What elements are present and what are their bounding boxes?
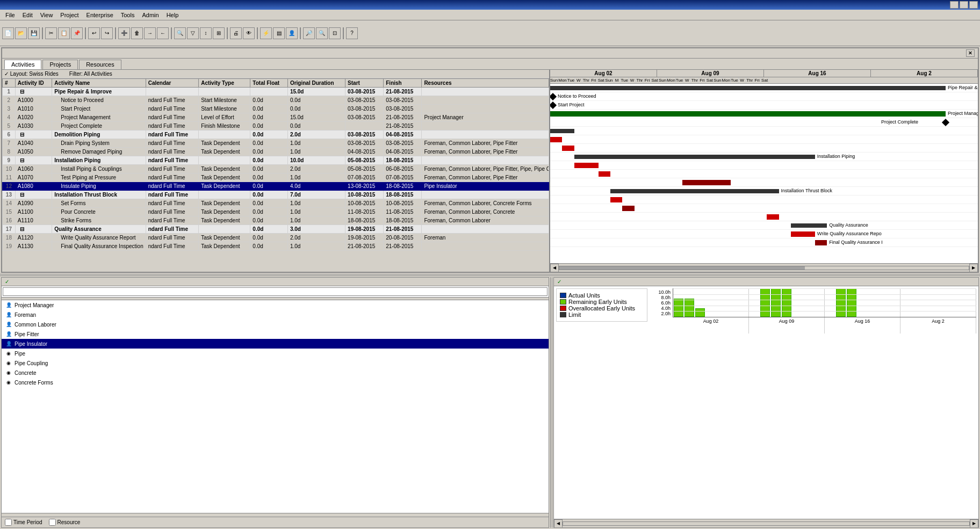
- toolbar-indent[interactable]: →: [144, 27, 156, 39]
- toolbar-redo[interactable]: ↪: [101, 27, 113, 39]
- table-row[interactable]: 5 A1030 Project Complete ndard Full Time…: [3, 122, 549, 131]
- toolbar-schedule[interactable]: ⚡: [260, 27, 272, 39]
- scrollbar-thumb[interactable]: [559, 266, 805, 270]
- menu-edit[interactable]: Edit: [19, 11, 36, 19]
- panel-close-button[interactable]: ✕: [966, 49, 975, 57]
- menu-admin[interactable]: Admin: [139, 11, 162, 19]
- toolbar-paste[interactable]: 📌: [71, 27, 83, 39]
- table-row[interactable]: 1 ⊟ Pipe Repair & Improve 15.0d 03-08-20…: [3, 88, 549, 96]
- toolbar-assign[interactable]: 👤: [286, 27, 298, 39]
- table-row[interactable]: 10 A1060 Install Piping & Couplings ndar…: [3, 165, 549, 173]
- menu-tools[interactable]: Tools: [118, 11, 138, 19]
- toolbar-sort[interactable]: ↕: [200, 27, 212, 39]
- toolbar-open[interactable]: 📂: [15, 27, 27, 39]
- gantt-scrollbar[interactable]: ◀ ▶: [550, 263, 978, 272]
- menu-help[interactable]: Help: [163, 11, 182, 19]
- activity-float: 0.0d: [250, 191, 288, 199]
- table-row[interactable]: 2 A1000 Notice to Proceed ndard Full Tim…: [3, 96, 549, 105]
- table-row[interactable]: 6 ⊟ Demolition Piping ndard Full Time 0.…: [3, 131, 549, 139]
- time-period-checkbox[interactable]: [5, 519, 12, 526]
- toolbar-zoom-fit[interactable]: ⊡: [329, 27, 341, 39]
- toolbar-level[interactable]: ▤: [273, 27, 285, 39]
- table-row[interactable]: 4 A1020 Project Management ndard Full Ti…: [3, 113, 549, 122]
- menu-file[interactable]: File: [2, 11, 18, 19]
- resource-item[interactable]: 👤 Pipe Insulator: [2, 339, 549, 349]
- resource-item[interactable]: ◉ Pipe Coupling: [2, 358, 549, 368]
- chart-scroll-left[interactable]: ◀: [554, 519, 563, 528]
- table-row[interactable]: 11 A1070 Test Piping at Pressure ndard F…: [3, 173, 549, 182]
- chart-scrollbar-track[interactable]: [563, 521, 970, 526]
- gantt-body[interactable]: Pipe Repair & ImproveNotice to ProceedSt…: [550, 84, 978, 263]
- activity-float: 0.0d: [250, 131, 288, 139]
- scrollbar-track[interactable]: [559, 266, 969, 270]
- toolbar-outdent[interactable]: ←: [157, 27, 169, 39]
- tab-activities[interactable]: Activities: [4, 60, 41, 69]
- toolbar-zoom-in[interactable]: 🔎: [303, 27, 315, 39]
- table-row[interactable]: 18 A1120 Write Quality Assurance Report …: [3, 234, 549, 242]
- toolbar-new[interactable]: 📄: [2, 27, 14, 39]
- resource-checkbox[interactable]: [49, 519, 56, 526]
- table-row[interactable]: 14 A1090 Set Forms ndard Full Time Task …: [3, 199, 549, 208]
- vertical-splitter[interactable]: [550, 277, 552, 528]
- horizontal-splitter[interactable]: [0, 274, 980, 276]
- activity-start: 13-08-2015: [345, 182, 384, 191]
- gantt-day-header: Sun: [659, 77, 667, 83]
- table-row[interactable]: 8 A1050 Remove Damaged Piping ndard Full…: [3, 148, 549, 156]
- chart-scrollbar[interactable]: ◀ ▶: [554, 519, 978, 527]
- toolbar-help[interactable]: ?: [346, 27, 358, 39]
- checkbox-resource[interactable]: Resource: [49, 519, 81, 526]
- table-row[interactable]: 16 A1110 Strike Forms ndard Full Time Ta…: [3, 216, 549, 225]
- resource-item[interactable]: ◉ Pipe: [2, 349, 549, 358]
- table-row[interactable]: 19 A1130 Final Quality Assurance Inspect…: [3, 242, 549, 251]
- resource-item[interactable]: ◉ Concrete Forms: [2, 378, 549, 387]
- table-container[interactable]: # Activity ID Activity Name Calendar Act…: [2, 78, 549, 272]
- table-row[interactable]: 3 A1010 Start Project ndard Full Time St…: [3, 105, 549, 113]
- table-row[interactable]: 12 A1080 Insulate Piping ndard Full Time…: [3, 182, 549, 191]
- toolbar-preview[interactable]: 👁: [243, 27, 255, 39]
- activity-calendar: ndard Full Time: [146, 225, 199, 234]
- close-window-button[interactable]: [969, 1, 978, 9]
- resource-search-input[interactable]: [3, 287, 547, 296]
- chart-scroll-right[interactable]: ▶: [970, 519, 978, 528]
- resource-item[interactable]: 👤 Project Manager: [2, 300, 549, 310]
- minimize-button[interactable]: [950, 1, 959, 9]
- maximize-button[interactable]: [960, 1, 968, 9]
- toolbar-filter[interactable]: ▽: [187, 27, 199, 39]
- toolbar-find[interactable]: 🔍: [174, 27, 186, 39]
- toolbar-add[interactable]: ➕: [118, 27, 130, 39]
- filter-label: Filter: All Activities: [69, 71, 112, 77]
- table-row[interactable]: 13 ⊟ Installation Thrust Block ndard Ful…: [3, 191, 549, 199]
- resource-item[interactable]: 👤 Common Laborer: [2, 320, 549, 329]
- scroll-left[interactable]: ◀: [550, 264, 559, 272]
- resource-item[interactable]: 👤 Pipe Fitter: [2, 329, 549, 339]
- resource-item[interactable]: 👤 Foreman: [2, 310, 549, 320]
- menu-project[interactable]: Project: [57, 11, 82, 19]
- table-row[interactable]: 17 ⊟ Quality Assurance ndard Full Time 0…: [3, 225, 549, 234]
- table-row[interactable]: 7 A1040 Drain Piping System ndard Full T…: [3, 139, 549, 148]
- tab-projects[interactable]: Projects: [42, 60, 78, 69]
- resource-item[interactable]: ◉ Concrete: [2, 368, 549, 378]
- resource-search-row: [2, 286, 549, 298]
- scroll-right[interactable]: ▶: [969, 264, 978, 272]
- toolbar-delete[interactable]: 🗑: [131, 27, 143, 39]
- chart-bar-remaining: [771, 288, 781, 317]
- toolbar-undo[interactable]: ↩: [88, 27, 100, 39]
- toolbar-save[interactable]: 💾: [28, 27, 40, 39]
- table-row[interactable]: 9 ⊟ Installation Piping ndard Full Time …: [3, 156, 549, 165]
- menu-view[interactable]: View: [37, 11, 56, 19]
- checkbox-time-period[interactable]: Time Period: [5, 519, 42, 526]
- toolbar-print[interactable]: 🖨: [230, 27, 242, 39]
- gantt-row: [550, 127, 978, 135]
- menu-enterprise[interactable]: Enterprise: [83, 11, 117, 19]
- row-num: 13: [3, 191, 16, 199]
- toolbar-zoom-out[interactable]: 🔍: [316, 27, 328, 39]
- tab-resources[interactable]: Resources: [79, 60, 121, 69]
- activity-resources: [422, 122, 549, 131]
- chart-bar-remaining: [695, 308, 705, 317]
- table-row[interactable]: 15 A1100 Pour Concrete ndard Full Time T…: [3, 208, 549, 216]
- activity-resources: [422, 191, 549, 199]
- toolbar-cut[interactable]: ✂: [45, 27, 57, 39]
- toolbar-copy[interactable]: 📋: [58, 27, 70, 39]
- activity-type: Task Dependent: [199, 208, 250, 216]
- toolbar-group[interactable]: ⊞: [213, 27, 225, 39]
